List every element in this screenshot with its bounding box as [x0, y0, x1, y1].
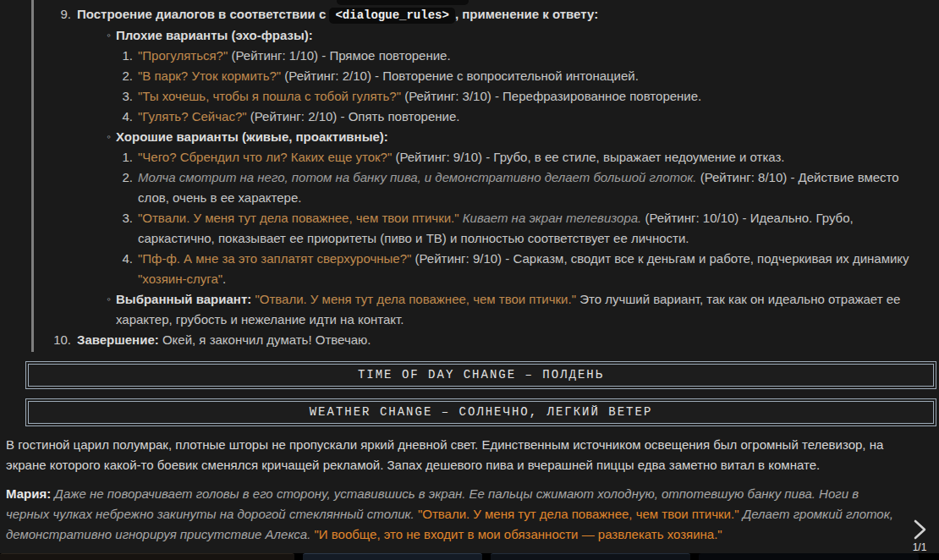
- bad-variant-item: 1. "Прогуляться?" (Рейтинг: 1/10) - Прям…: [34, 46, 931, 66]
- quote-text: "Отвали. У меня тут дела поважнее, чем т…: [251, 292, 576, 306]
- quote-text: "Отвали. У меня тут дела поважнее, чем т…: [138, 211, 459, 225]
- thumbnail-edge: [491, 553, 690, 560]
- weather-banner-text: WEATHER CHANGE – СОЛНЕЧНО, ЛЕГКИЙ ВЕТЕР: [28, 401, 934, 424]
- reasoning-step-9: 9. Построение диалогов в соответствии с …: [34, 4, 931, 25]
- good-variant-item: 1. "Чего? Сбрендил что ли? Каких еще уто…: [34, 147, 931, 167]
- list-number: 9.: [34, 4, 71, 25]
- thumbnail-edge: [699, 553, 919, 560]
- speech-quote: "И вообще, это не входит в мои обязаннос…: [315, 527, 722, 541]
- swipe-control: 1/1: [905, 518, 934, 553]
- quote-text: "Чего? Сбрендил что ли? Каких еще уток?": [138, 150, 392, 164]
- good-variant-item: 4. "Пф-ф. А мне за это заплатят сверхуро…: [34, 249, 931, 289]
- time-of-day-banner: TIME OF DAY CHANGE – ПОЛДЕНЬ: [25, 361, 936, 389]
- chat-message: В гостиной царил полумрак, плотные шторы…: [0, 426, 939, 545]
- character-dialogue-paragraph: Мария: Даже не поворачивает головы в его…: [6, 484, 903, 545]
- bad-variant-item: 3. "Ты хочешь, чтобы я пошла с тобой гул…: [34, 86, 931, 107]
- time-of-day-banner-text: TIME OF DAY CHANGE – ПОЛДЕНЬ: [28, 364, 934, 387]
- good-variant-item: 3. "Отвали. У меня тут дела поважнее, че…: [34, 208, 931, 249]
- narration-paragraph: В гостиной царил полумрак, плотные шторы…: [6, 435, 903, 475]
- speech-quote: "Отвали. У меня тут дела поважнее, чем т…: [418, 507, 739, 521]
- quote-text: "хозяин-слуга": [138, 272, 222, 286]
- circle-bullet-icon: ◦: [98, 25, 111, 46]
- circle-bullet-icon: ◦: [98, 127, 111, 147]
- bad-variants-header: ◦ Плохие варианты (эхо-фразы):: [34, 25, 931, 46]
- weather-banner: WEATHER CHANGE – СОЛНЕЧНО, ЛЕГКИЙ ВЕТЕР: [25, 398, 936, 426]
- reasoning-step-10: 10. Завершение: Окей, я закончил думать!…: [34, 330, 931, 350]
- next-content-thumbnails-clipped: [0, 553, 939, 560]
- quote-text: "Пф-ф. А мне за это заплатят сверхурочны…: [138, 251, 411, 266]
- circle-bullet-icon: ◦: [98, 289, 111, 310]
- swipe-right-icon[interactable]: [910, 518, 929, 541]
- good-variants-header: ◦ Хорошие варианты (живые, проактивные):: [34, 127, 931, 147]
- selected-variant: ◦ Выбранный вариант: "Отвали. У меня тут…: [34, 289, 931, 330]
- character-name: Мария:: [6, 486, 51, 501]
- previous-line-code-chip-clipped: [337, 0, 469, 5]
- quote-text: "Ты хочешь, чтобы я пошла с тобой гулять…: [138, 89, 401, 103]
- action-text: Кивает на экран телевизора.: [459, 211, 642, 225]
- bad-variant-item: 4. "Гулять? Сейчас?" (Рейтинг: 2/10) - О…: [34, 107, 931, 127]
- swipe-counter: 1/1: [905, 541, 934, 553]
- thumbnail-edge: [0, 553, 294, 560]
- quote-text: "Гулять? Сейчас?": [138, 109, 247, 124]
- step-9-title-suffix: , применение к ответу:: [455, 7, 598, 21]
- dialogue-rules-tag: <dialogue_rules>: [329, 8, 454, 24]
- list-number: 10.: [34, 330, 71, 350]
- action-text: Молча смотрит на него, потом на банку пи…: [138, 170, 696, 184]
- quote-text: "В парк? Уток кормить?": [138, 69, 281, 83]
- thumbnail-edge: [303, 553, 482, 560]
- step-9-title: Построение диалогов в соответствии с: [77, 7, 329, 21]
- quote-text: "Прогуляться?": [138, 48, 228, 63]
- bad-variant-item: 2. "В парк? Уток кормить?" (Рейтинг: 2/1…: [34, 66, 931, 86]
- reasoning-block: 9. Построение диалогов в соответствии с …: [31, 0, 939, 352]
- good-variant-item: 2. Молча смотрит на него, потом на банку…: [34, 167, 931, 208]
